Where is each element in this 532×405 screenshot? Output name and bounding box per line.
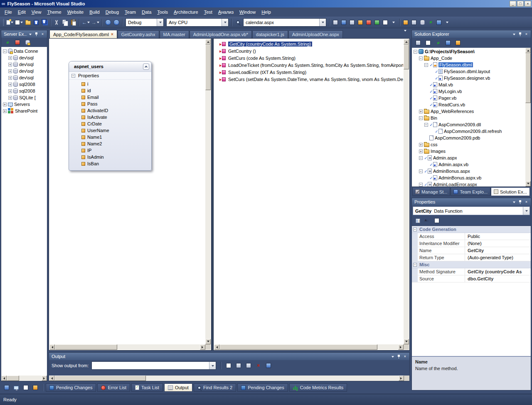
panel-button-output[interactable]: Output <box>164 383 192 392</box>
expander-plus-icon[interactable]: + <box>8 96 12 100</box>
new-data-connection-button[interactable] <box>418 18 426 27</box>
previous-message-button[interactable] <box>234 361 243 370</box>
expander-minus-icon[interactable]: − <box>71 74 75 78</box>
expander-minus-icon[interactable]: − <box>3 49 7 53</box>
device-preview-button[interactable] <box>12 383 20 392</box>
entity-field[interactable]: Name1 <box>69 134 151 140</box>
document-tab[interactable]: AdminUploadOne.aspx <box>288 30 343 38</box>
entity-field[interactable]: IP <box>69 147 151 154</box>
auto-hide-pin-icon[interactable] <box>517 199 523 205</box>
expander-minus-icon[interactable]: − <box>419 183 423 187</box>
menu-item-debug[interactable]: Debug <box>103 8 122 16</box>
tree-item[interactable]: +css <box>412 141 525 148</box>
property-row[interactable]: Inheritance Modifier(None) <box>412 240 531 247</box>
next-message-button[interactable] <box>244 361 253 370</box>
property-pages-button[interactable] <box>433 216 441 225</box>
dropdown-icon[interactable] <box>523 207 530 215</box>
immediate-window-button[interactable] <box>373 18 381 27</box>
entity-pane-hscrollbar[interactable] <box>49 344 205 350</box>
dropdown-icon[interactable] <box>209 362 216 369</box>
expander-plus-icon[interactable]: + <box>8 56 12 60</box>
expander-minus-icon[interactable]: − <box>414 50 417 54</box>
refresh-button[interactable] <box>426 18 435 27</box>
method-item[interactable]: SetCurs (setDate As System.DateTime, vna… <box>214 76 403 83</box>
expander-plus-icon[interactable]: + <box>419 150 423 153</box>
methods-pane-hscrollbar[interactable] <box>214 344 404 350</box>
solution-explorer-button[interactable] <box>331 18 340 27</box>
method-item[interactable]: GetCity (countryCode As System.String) <box>214 40 403 47</box>
expander-plus-icon[interactable]: + <box>8 83 12 86</box>
property-row[interactable]: Method SignatureGetCity (countryCode As <box>412 268 531 275</box>
tree-item[interactable]: −Bin <box>412 115 525 121</box>
collapse-entity-icon[interactable] <box>143 64 149 70</box>
tree-item[interactable]: ✓Mail.vb <box>412 81 525 88</box>
connect-to-database-button[interactable] <box>23 38 32 47</box>
expander-plus-icon[interactable]: + <box>419 143 423 147</box>
scroll-left-icon[interactable] <box>49 344 55 350</box>
close-button[interactable]: × <box>525 1 531 7</box>
close-panel-icon[interactable]: × <box>523 31 530 37</box>
full-screen-button[interactable] <box>435 18 443 27</box>
toolbar-overflow-button[interactable] <box>389 18 398 27</box>
scroll-left-icon[interactable] <box>49 376 54 381</box>
solution-configur​ations-combo[interactable]: Debug <box>126 18 164 27</box>
tree-item[interactable]: +dev\sql <box>1 61 47 68</box>
expander-minus-icon[interactable]: − <box>424 63 428 67</box>
scroll-up-icon[interactable] <box>404 39 409 44</box>
scroll-thumb[interactable] <box>525 53 531 103</box>
designer-entity-pane[interactable]: aspnet_users − Properties iidEmailPassAc… <box>49 38 212 351</box>
menu-item-window[interactable]: Window <box>236 8 259 16</box>
expander-minus-icon[interactable]: − <box>419 56 423 60</box>
document-tab[interactable]: App_Code/FlySeason.dbml× <box>49 30 117 38</box>
tree-item[interactable]: −App_Code <box>412 55 525 61</box>
server-explorer-hscrollbar[interactable] <box>1 376 47 381</box>
object-browser-button[interactable] <box>348 18 356 27</box>
clear-all-button[interactable] <box>254 361 263 370</box>
menu-item-view[interactable]: View <box>29 8 44 16</box>
auto-hide-pin-icon[interactable] <box>517 31 523 37</box>
alphabetical-button[interactable] <box>423 216 431 225</box>
scroll-thumb[interactable] <box>404 44 409 69</box>
start-page-button[interactable] <box>401 18 410 27</box>
close-panel-icon[interactable]: × <box>523 199 530 205</box>
tree-item[interactable]: −✓Admin.aspx <box>412 155 525 161</box>
tree-item[interactable]: −✓AdminBonus.aspx <box>412 168 525 174</box>
tree-item[interactable]: ✓Pager.vb <box>412 95 525 101</box>
scroll-right-icon[interactable] <box>399 376 404 381</box>
menu-item-file[interactable]: File <box>2 8 15 16</box>
tree-item[interactable]: +Servers <box>1 101 47 108</box>
toolbar-grip[interactable] <box>3 19 4 26</box>
window-position-menu-icon[interactable] <box>511 199 517 205</box>
entity-header[interactable]: aspnet_users <box>69 61 151 72</box>
designer-methods-pane[interactable]: GetCity (countryCode As System.String)Ge… <box>213 38 410 351</box>
entity-field[interactable]: i <box>69 81 151 87</box>
tree-item[interactable]: −G:\Projects\FlySeason\ <box>412 48 525 55</box>
panel-button-task-list[interactable]: Task List <box>131 383 163 392</box>
dropdown-icon[interactable] <box>157 19 163 26</box>
tree-item[interactable]: AspCommon2009.pdb <box>412 135 525 141</box>
scroll-thumb[interactable] <box>205 44 211 90</box>
property-category[interactable]: −Code Generation <box>412 226 531 233</box>
window-position-menu-icon[interactable] <box>511 31 517 37</box>
scroll-right-icon[interactable] <box>42 376 47 381</box>
close-panel-icon[interactable]: × <box>39 31 46 37</box>
tool-window-tab[interactable]: Team Explo... <box>451 188 490 196</box>
navigate-forward-button[interactable]: → <box>112 18 121 27</box>
categorized-button[interactable] <box>414 216 422 225</box>
error-list-button[interactable] <box>365 18 373 27</box>
document-tab[interactable]: datapicker1.js <box>252 30 288 38</box>
tree-item[interactable]: +SQLite [ <box>1 94 47 101</box>
menu-item-help[interactable]: Help <box>259 8 274 16</box>
menu-item-анализ[interactable]: Анализ <box>215 8 236 16</box>
expander-plus-icon[interactable]: + <box>3 109 7 113</box>
output-hscrollbar[interactable] <box>49 376 404 381</box>
new-project-button[interactable] <box>5 18 14 27</box>
entity-field[interactable]: ActivateID <box>69 107 151 114</box>
minimize-button[interactable]: _ <box>510 1 516 7</box>
close-panel-icon[interactable]: × <box>402 353 408 359</box>
property-row[interactable]: AccessPublic <box>412 233 531 240</box>
scroll-down-icon[interactable] <box>525 181 531 187</box>
find-in-files-button[interactable] <box>234 18 242 27</box>
tree-item[interactable]: ✓FlySeason.dbml.layout <box>412 68 525 75</box>
expander-minus-icon[interactable]: − <box>413 228 417 231</box>
